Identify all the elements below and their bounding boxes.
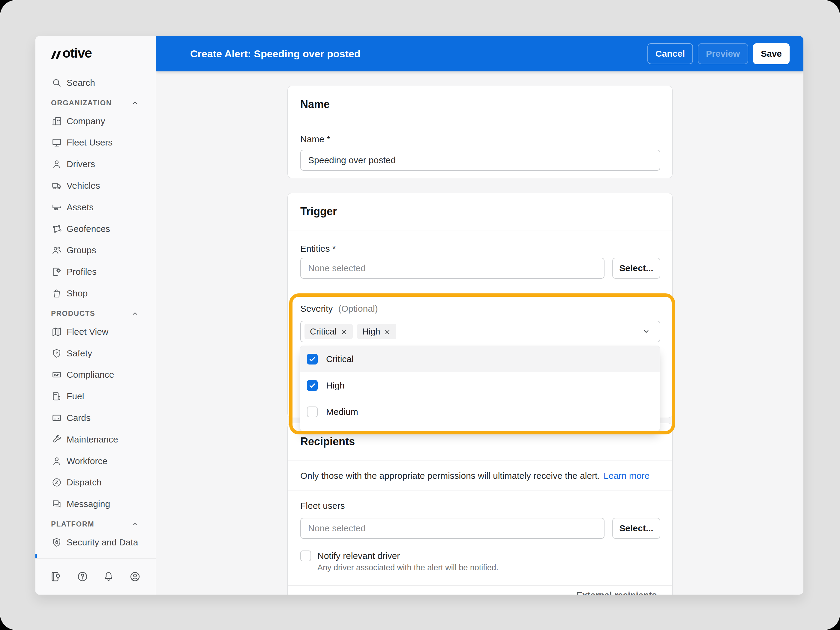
checkbox[interactable] xyxy=(307,354,318,365)
severity-option-label: Critical xyxy=(326,354,354,364)
sidebar-item[interactable]: Dispatch xyxy=(35,472,156,494)
checkbox[interactable] xyxy=(307,406,318,417)
sidebar-item-label: Geofences xyxy=(66,224,110,234)
checkbox[interactable] xyxy=(307,380,318,391)
fleet-users-input[interactable]: None selected xyxy=(300,518,605,539)
sidebar-item-label: Security and Data xyxy=(66,537,138,548)
name-card: Name Name * Speeding over posted xyxy=(287,86,673,178)
page-title: Create Alert: Speeding over posted xyxy=(190,48,360,60)
severity-chips: Critical High xyxy=(305,324,396,339)
severity-chip-label: High xyxy=(362,327,381,336)
close-icon[interactable] xyxy=(340,328,347,335)
sidebar-item[interactable]: Cards xyxy=(35,407,156,429)
chevron-up-icon[interactable] xyxy=(131,520,139,528)
sidebar-item[interactable]: Company xyxy=(35,111,156,132)
sidebar-item-label: Safety xyxy=(66,348,92,358)
sidebar-item-label: Messaging xyxy=(66,499,110,509)
sidebar-item-label: Fleet Users xyxy=(66,137,112,148)
check-icon xyxy=(308,382,316,389)
name-input-value: Speeding over posted xyxy=(308,155,396,165)
sidebar-section-header[interactable]: PLATFORM xyxy=(35,516,156,532)
sidebar-footer-icons xyxy=(49,569,142,584)
severity-field-label: Severity (Optional) xyxy=(300,303,378,314)
compliance-icon xyxy=(52,369,62,380)
person-icon xyxy=(52,456,62,466)
shield-lock-icon xyxy=(52,537,62,548)
sidebar-item[interactable]: Fuel xyxy=(35,385,156,407)
dispatch-icon xyxy=(52,477,62,488)
preview-button[interactable]: Preview xyxy=(698,43,748,64)
sidebar-item[interactable]: Messaging xyxy=(35,493,156,515)
severity-option-label: High xyxy=(326,381,345,391)
entities-placeholder: None selected xyxy=(308,263,366,273)
permissions-text: Only those with the appropriate permissi… xyxy=(300,471,600,481)
trailer-icon xyxy=(52,202,62,212)
sidebar-section-label: PLATFORM xyxy=(51,520,94,528)
sidebar: otive Search ORGANIZATION xyxy=(35,36,156,595)
severity-multiselect[interactable]: Critical High xyxy=(300,321,660,342)
cancel-button[interactable]: Cancel xyxy=(647,43,693,64)
chevron-up-icon[interactable] xyxy=(131,99,139,107)
sidebar-item[interactable]: Assets xyxy=(35,196,156,218)
entities-input[interactable]: None selected xyxy=(300,258,605,279)
severity-option[interactable]: High xyxy=(300,372,660,399)
close-icon[interactable] xyxy=(384,328,391,335)
avatar-icon[interactable] xyxy=(128,569,142,584)
sidebar-item[interactable]: Safety xyxy=(35,343,156,364)
save-button[interactable]: Save xyxy=(753,43,789,64)
sidebar-item-label: Dispatch xyxy=(66,477,102,488)
sidebar-item[interactable]: Vehicles xyxy=(35,175,156,196)
app-window: otive Search ORGANIZATION xyxy=(35,36,804,595)
motive-logo: otive xyxy=(51,46,92,60)
sidebar-item-label: Company xyxy=(66,116,105,126)
sidebar-item-label: Fuel xyxy=(66,391,84,401)
sidebar-sections: ORGANIZATION Company xyxy=(35,95,156,553)
sidebar-section: ORGANIZATION Company xyxy=(35,95,156,304)
sidebar-item[interactable]: Shop xyxy=(35,283,156,304)
sidebar-nav: Search ORGANIZATION xyxy=(35,72,156,553)
sidebar-section-label: ORGANIZATION xyxy=(51,99,112,107)
chevron-up-icon[interactable] xyxy=(131,309,139,317)
entities-select-button[interactable]: Select... xyxy=(612,258,660,279)
notify-driver-label[interactable]: Notify relevant driver xyxy=(317,551,400,561)
motive-m-icon xyxy=(51,51,62,60)
sidebar-item[interactable]: Fleet Users xyxy=(35,132,156,153)
sidebar-item[interactable]: Maintenance xyxy=(35,429,156,450)
chevron-down-icon[interactable] xyxy=(642,327,651,336)
shield-icon xyxy=(52,348,62,358)
card-icon xyxy=(52,413,62,423)
sidebar-section-header[interactable]: PRODUCTS xyxy=(35,306,156,321)
bell-icon[interactable] xyxy=(101,569,116,584)
sidebar-item-label: Assets xyxy=(66,202,93,212)
severity-option[interactable]: Medium xyxy=(300,399,660,425)
sidebar-item[interactable]: Groups xyxy=(35,240,156,261)
learn-more-link[interactable]: Learn more xyxy=(603,471,649,481)
severity-options: Critical High Medium xyxy=(300,346,660,425)
severity-option[interactable]: Critical xyxy=(300,346,660,372)
sidebar-item[interactable]: Geofences xyxy=(35,218,156,240)
name-input[interactable]: Speeding over posted xyxy=(300,150,660,171)
sidebar-section-header[interactable]: ORGANIZATION xyxy=(35,95,156,111)
sidebar-item-search[interactable]: Search xyxy=(35,72,156,93)
sidebar-item-label: Workforce xyxy=(66,456,107,466)
wrench-icon xyxy=(52,434,62,445)
severity-chip[interactable]: High xyxy=(357,324,396,339)
sidebar-item[interactable]: Security and Data xyxy=(35,532,156,553)
sidebar-item[interactable]: Compliance xyxy=(35,364,156,386)
sidebar-item[interactable]: Drivers xyxy=(35,153,156,175)
notify-driver-checkbox[interactable] xyxy=(300,551,311,561)
sidebar-item[interactable]: Workforce xyxy=(35,450,156,472)
sidebar-item[interactable]: Fleet View xyxy=(35,321,156,343)
sidebar-item[interactable]: Profiles xyxy=(35,261,156,283)
sidebar-section: PRODUCTS Fleet View xyxy=(35,306,156,515)
severity-chip[interactable]: Critical xyxy=(305,324,353,339)
screenshot-stage: otive Search ORGANIZATION xyxy=(0,0,840,630)
sidebar-item-label: Maintenance xyxy=(66,434,118,445)
logbook-icon[interactable] xyxy=(49,569,63,584)
help-icon[interactable] xyxy=(75,569,90,584)
fleet-users-select-button[interactable]: Select... xyxy=(612,518,660,539)
sidebar-item-label: Groups xyxy=(66,245,96,255)
name-field-label: Name * xyxy=(300,134,330,144)
permissions-note: Only those with the appropriate permissi… xyxy=(288,461,672,491)
sidebar-footer xyxy=(35,558,156,595)
